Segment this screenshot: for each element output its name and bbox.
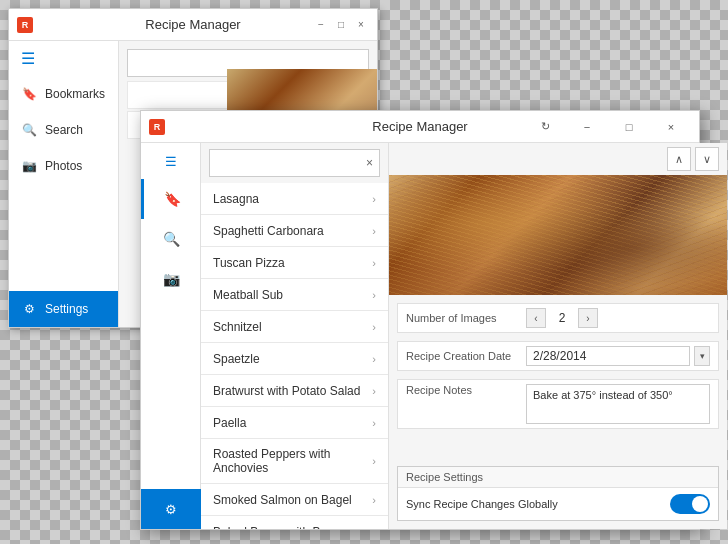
recipe-settings-section: Recipe Settings Sync Recipe Changes Glob… xyxy=(397,466,719,521)
chevron-right-icon: › xyxy=(372,455,376,467)
recipe-list: Lasagna › Spaghetti Carbonara › Tuscan P… xyxy=(201,183,388,529)
bg-app-icon: R xyxy=(17,17,33,33)
counter-prev-btn[interactable]: ‹ xyxy=(526,308,546,328)
main-titlebar: R Recipe Manager ↻ − □ × xyxy=(141,111,699,143)
nav-up-btn[interactable]: ∧ xyxy=(667,147,691,171)
sync-label: Sync Recipe Changes Globally xyxy=(406,498,558,510)
num-images-label: Number of Images xyxy=(406,312,526,324)
date-field: ▾ xyxy=(526,346,710,366)
counter-next-btn[interactable]: › xyxy=(578,308,598,328)
bg-sidebar: ☰ 🔖 Bookmarks 🔍 Search 📷 Photos ⚙ Settin… xyxy=(9,41,119,327)
bg-maximize-btn[interactable]: □ xyxy=(333,17,349,33)
main-refresh-btn[interactable]: ↻ xyxy=(525,112,565,142)
bg-minimize-btn[interactable]: − xyxy=(313,17,329,33)
search-input[interactable] xyxy=(216,156,366,170)
main-app-icon: R xyxy=(149,119,165,135)
detail-panel: ∧ ∨ Number of Images ‹ 2 › xyxy=(389,143,727,529)
toggle-knob xyxy=(692,496,708,512)
recipe-food-image xyxy=(389,175,727,295)
list-item[interactable]: Lasagna › xyxy=(201,183,388,215)
list-item[interactable]: Tuscan Pizza › xyxy=(201,247,388,279)
image-counter: ‹ 2 › xyxy=(526,308,598,328)
notes-row: Recipe Notes Bake at 375° instead of 350… xyxy=(397,379,719,429)
food-texture xyxy=(389,175,727,295)
recipe-settings-title: Recipe Settings xyxy=(398,467,718,488)
sync-toggle[interactable] xyxy=(670,494,710,514)
date-dropdown-btn[interactable]: ▾ xyxy=(694,346,710,366)
chevron-right-icon: › xyxy=(372,321,376,333)
search-clear-btn[interactable]: × xyxy=(366,156,373,170)
bg-window-title: Recipe Manager xyxy=(145,17,240,32)
main-layout: ☰ 🔖 🔍 📷 ⚙ × xyxy=(141,143,699,529)
bg-sidebar-bookmarks[interactable]: 🔖 Bookmarks xyxy=(9,76,118,112)
search-icon: 🔍 xyxy=(21,122,37,138)
chevron-right-icon: › xyxy=(372,417,376,429)
sidebar-item-search[interactable]: 🔍 xyxy=(141,219,201,259)
bg-sidebar-photos[interactable]: 📷 Photos xyxy=(9,148,118,184)
sidebar-search-icon: 🔍 xyxy=(161,229,181,249)
bg-win-controls: − □ × xyxy=(313,17,369,33)
main-minimize-btn[interactable]: − xyxy=(567,112,607,142)
chevron-right-icon: › xyxy=(372,353,376,365)
sidebar-bookmark-icon: 🔖 xyxy=(163,189,183,209)
chevron-right-icon: › xyxy=(372,494,376,506)
num-images-row: Number of Images ‹ 2 › xyxy=(397,303,719,333)
list-item[interactable]: Spaetzle › xyxy=(201,343,388,375)
list-item[interactable]: Roasted Peppers with Anchovies › xyxy=(201,439,388,484)
hamburger-icon: ☰ xyxy=(165,154,177,169)
recipe-list-panel: × Lasagna › Spaghetti Carbonara › Tuscan… xyxy=(201,143,389,529)
bg-menu-icon[interactable]: ☰ xyxy=(9,41,118,76)
list-item[interactable]: Smoked Salmon on Bagel › xyxy=(201,484,388,516)
bg-sidebar-search[interactable]: 🔍 Search xyxy=(9,112,118,148)
list-item[interactable]: Bratwurst with Potato Salad › xyxy=(201,375,388,407)
chevron-right-icon: › xyxy=(372,526,376,530)
sync-setting-row: Sync Recipe Changes Globally xyxy=(398,488,718,520)
detail-info-section: Number of Images ‹ 2 › Recipe Creation D… xyxy=(389,295,727,466)
bookmark-icon: 🔖 xyxy=(21,86,37,102)
main-window: R Recipe Manager ↻ − □ × ☰ 🔖 🔍 📷 ⚙ xyxy=(140,110,700,530)
bg-sidebar-settings[interactable]: ⚙ Settings xyxy=(9,291,118,327)
main-sidebar: ☰ 🔖 🔍 📷 ⚙ xyxy=(141,143,201,529)
list-item[interactable]: Schnitzel › xyxy=(201,311,388,343)
photos-icon: 📷 xyxy=(21,158,37,174)
creation-date-row: Recipe Creation Date ▾ xyxy=(397,341,719,371)
chevron-right-icon: › xyxy=(372,289,376,301)
chevron-right-icon: › xyxy=(372,385,376,397)
settings-gear-icon: ⚙ xyxy=(165,502,177,517)
list-item[interactable]: Baked Beans with Bacon › xyxy=(201,516,388,529)
bg-titlebar: R Recipe Manager − □ × xyxy=(9,9,377,41)
list-item[interactable]: Spaghetti Carbonara › xyxy=(201,215,388,247)
search-input-wrapper[interactable]: × xyxy=(209,149,380,177)
nav-down-btn[interactable]: ∨ xyxy=(695,147,719,171)
sidebar-settings-btn[interactable]: ⚙ xyxy=(141,489,201,529)
list-item[interactable]: Meatball Sub › xyxy=(201,279,388,311)
detail-nav: ∧ ∨ xyxy=(389,143,727,175)
creation-date-label: Recipe Creation Date xyxy=(406,350,526,362)
sidebar-photos-icon: 📷 xyxy=(161,269,181,289)
settings-icon: ⚙ xyxy=(21,301,37,317)
chevron-right-icon: › xyxy=(372,257,376,269)
date-input[interactable] xyxy=(526,346,690,366)
main-close-btn[interactable]: × xyxy=(651,112,691,142)
chevron-right-icon: › xyxy=(372,193,376,205)
main-win-controls: ↻ − □ × xyxy=(525,112,691,142)
chevron-right-icon: › xyxy=(372,225,376,237)
search-container: × xyxy=(201,143,388,183)
notes-textarea[interactable]: Bake at 375° instead of 350° xyxy=(526,384,710,424)
main-maximize-btn[interactable]: □ xyxy=(609,112,649,142)
num-images-value: 2 xyxy=(552,311,572,325)
list-item[interactable]: Paella › xyxy=(201,407,388,439)
notes-label: Recipe Notes xyxy=(406,384,526,396)
sidebar-menu-btn[interactable]: ☰ xyxy=(141,143,200,179)
sidebar-item-bookmarks[interactable]: 🔖 xyxy=(141,179,201,219)
sidebar-item-photos[interactable]: 📷 xyxy=(141,259,201,299)
bg-close-btn[interactable]: × xyxy=(353,17,369,33)
main-window-title: Recipe Manager xyxy=(372,119,467,134)
